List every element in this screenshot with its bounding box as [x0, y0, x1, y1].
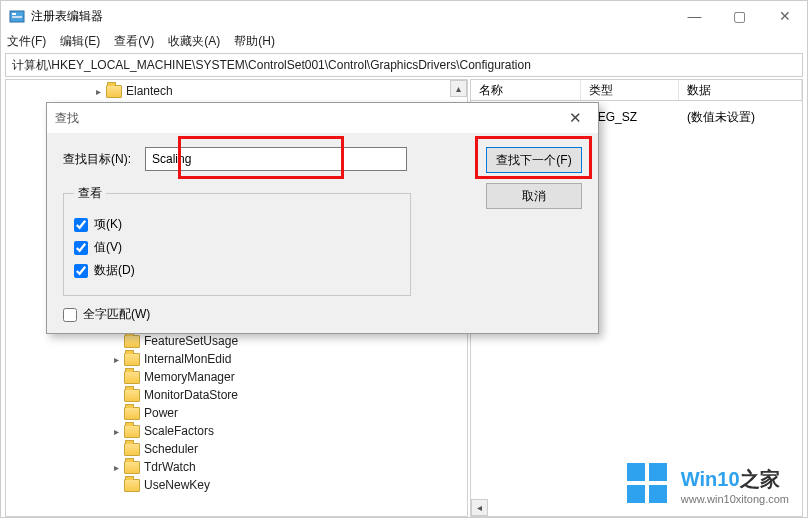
tree-label: MonitorDataStore	[144, 388, 238, 402]
col-name-header[interactable]: 名称	[471, 80, 581, 100]
look-at-legend: 查看	[74, 185, 106, 202]
dialog-titlebar[interactable]: 查找 ✕	[47, 103, 598, 133]
tree-row[interactable]: Power	[6, 404, 467, 422]
col-data-header[interactable]: 数据	[679, 80, 802, 100]
dialog-close-button[interactable]: ✕	[560, 109, 590, 127]
minimize-button[interactable]: —	[672, 1, 717, 31]
chk-keys-box[interactable]	[74, 218, 88, 232]
watermark: Win10之家 www.win10xitong.com	[627, 463, 789, 507]
watermark-logo-icon	[627, 463, 671, 507]
tree-twisty[interactable]	[92, 86, 104, 97]
tree-label: TdrWatch	[144, 460, 196, 474]
tree-row[interactable]: InternalMonEdid	[6, 350, 467, 368]
col-type-header[interactable]: 类型	[581, 80, 679, 100]
tree-row[interactable]: ScaleFactors	[6, 422, 467, 440]
dialog-button-column: 查找下一个(F) 取消	[486, 147, 582, 209]
maximize-button[interactable]: ▢	[717, 1, 762, 31]
menu-file[interactable]: 文件(F)	[7, 33, 46, 50]
find-target-label: 查找目标(N):	[63, 151, 135, 168]
look-at-fieldset: 查看 项(K) 值(V) 数据(D)	[63, 185, 411, 296]
chk-whole-word[interactable]: 全字匹配(W)	[63, 306, 582, 323]
chk-whole-word-box[interactable]	[63, 308, 77, 322]
menubar: 文件(F) 编辑(E) 查看(V) 收藏夹(A) 帮助(H)	[1, 31, 807, 51]
menu-view[interactable]: 查看(V)	[114, 33, 154, 50]
find-target-input[interactable]	[145, 147, 407, 171]
menu-favorites[interactable]: 收藏夹(A)	[168, 33, 220, 50]
tree-row[interactable]: MonitorDataStore	[6, 386, 467, 404]
tree-label: Scheduler	[144, 442, 198, 456]
watermark-brand: Win10之家	[681, 466, 789, 493]
folder-icon	[124, 353, 140, 366]
address-bar[interactable]: 计算机\HKEY_LOCAL_MACHINE\SYSTEM\ControlSet…	[5, 53, 803, 77]
tree-label: InternalMonEdid	[144, 352, 231, 366]
chk-keys[interactable]: 项(K)	[74, 216, 400, 233]
tree-scroll-up-button[interactable]: ▴	[450, 80, 467, 97]
tree-twisty[interactable]	[110, 426, 122, 437]
list-cell-data: (数值未设置)	[679, 109, 802, 126]
close-button[interactable]: ✕	[762, 1, 807, 31]
folder-icon	[124, 371, 140, 384]
dialog-title: 查找	[55, 110, 79, 127]
tree-row[interactable]: TdrWatch	[6, 458, 467, 476]
tree-label: MemoryManager	[144, 370, 235, 384]
tree-row[interactable]: Scheduler	[6, 440, 467, 458]
address-path: 计算机\HKEY_LOCAL_MACHINE\SYSTEM\ControlSet…	[12, 57, 531, 74]
folder-icon	[124, 479, 140, 492]
tree-twisty[interactable]	[110, 462, 122, 473]
app-icon	[9, 8, 25, 24]
tree-label: Elantech	[126, 84, 173, 98]
chk-values[interactable]: 值(V)	[74, 239, 400, 256]
tree-row[interactable]: Elantech	[6, 82, 467, 100]
cancel-button[interactable]: 取消	[486, 183, 582, 209]
find-dialog: 查找 ✕ 查找目标(N): 查看 项(K) 值(V) 数据(D) 全字匹配(W)…	[46, 102, 599, 334]
window-title: 注册表编辑器	[31, 8, 672, 25]
folder-icon	[124, 425, 140, 438]
chk-values-box[interactable]	[74, 241, 88, 255]
folder-icon	[124, 461, 140, 474]
watermark-url: www.win10xitong.com	[681, 493, 789, 505]
tree-label: Power	[144, 406, 178, 420]
tree-twisty[interactable]	[110, 354, 122, 365]
tree-label: UseNewKey	[144, 478, 210, 492]
menu-edit[interactable]: 编辑(E)	[60, 33, 100, 50]
chk-data-box[interactable]	[74, 264, 88, 278]
chk-data[interactable]: 数据(D)	[74, 262, 400, 279]
folder-icon	[106, 85, 122, 98]
window-controls: — ▢ ✕	[672, 1, 807, 31]
titlebar: 注册表编辑器 — ▢ ✕	[1, 1, 807, 31]
dialog-body: 查找目标(N): 查看 项(K) 值(V) 数据(D) 全字匹配(W) 查找下一…	[47, 133, 598, 339]
tree-label: ScaleFactors	[144, 424, 214, 438]
tree-row[interactable]: MemoryManager	[6, 368, 467, 386]
folder-icon	[124, 443, 140, 456]
menu-help[interactable]: 帮助(H)	[234, 33, 275, 50]
find-next-button[interactable]: 查找下一个(F)	[486, 147, 582, 173]
svg-rect-2	[12, 16, 22, 18]
list-scroll-left-button[interactable]: ◂	[471, 499, 488, 516]
folder-icon	[124, 389, 140, 402]
folder-icon	[124, 407, 140, 420]
list-header: 名称 类型 数据	[470, 79, 803, 101]
tree-row[interactable]: UseNewKey	[6, 476, 467, 494]
svg-rect-1	[12, 13, 16, 15]
